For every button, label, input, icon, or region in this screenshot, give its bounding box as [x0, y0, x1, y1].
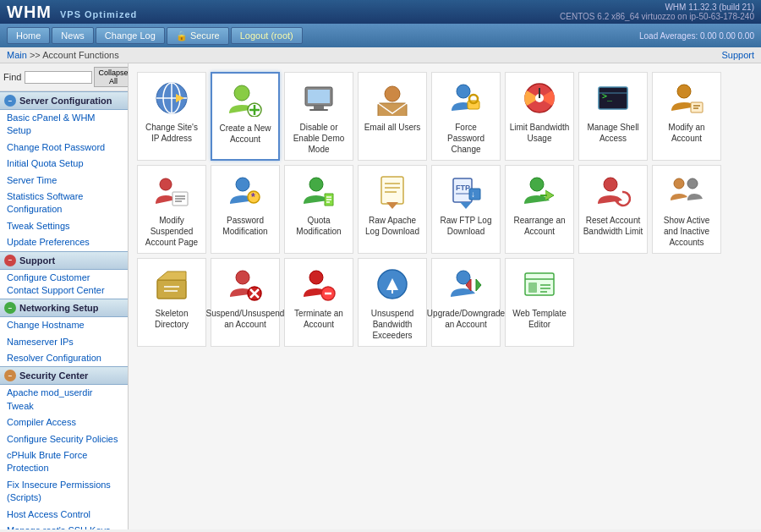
security-content: Apache mod_userdir Tweak Compiler Access… — [0, 385, 128, 529]
icon-upgrade-downgrade[interactable]: Upgrade/Downgrade an Account — [431, 258, 501, 347]
search-input[interactable] — [25, 71, 92, 84]
support-content: Configure Customer Contact Support Cente… — [0, 270, 128, 299]
main-layout: Find Collapse All Expand All − Server Co… — [0, 63, 761, 529]
icon-rearrange[interactable]: Rearrange an Account — [505, 165, 574, 254]
support-label: Support — [19, 255, 55, 266]
svg-text:↓: ↓ — [471, 189, 475, 199]
icon-grid: Change Site's IP Address Create a New Ac… — [137, 72, 753, 347]
icon-raw-ftp[interactable]: FTP↓ Raw FTP Log Download — [431, 165, 501, 254]
sidebar-item-mod-userdir[interactable]: Apache mod_userdir Tweak — [0, 385, 128, 414]
create-account-icon — [225, 79, 266, 119]
svg-point-55 — [674, 178, 684, 189]
sidebar-section-networking[interactable]: − Networking Setup — [0, 299, 128, 317]
skeleton-icon — [151, 264, 192, 304]
icon-quota-mod[interactable]: Quota Modification — [284, 165, 353, 254]
find-bar: Find Collapse All Expand All — [0, 63, 128, 91]
sidebar-item-update-prefs[interactable]: Update Preferences — [0, 234, 128, 250]
svg-point-5 — [234, 85, 249, 101]
icon-web-template[interactable]: Web Template Editor — [505, 258, 574, 347]
server-config-label: Server Configuration — [19, 96, 112, 106]
icon-suspend[interactable]: Suspend/Unsuspend an Account — [211, 258, 280, 347]
sidebar-item-host-access[interactable]: Host Access Control — [0, 507, 128, 523]
network-icon: − — [4, 302, 16, 314]
logout-button[interactable]: Logout (root) — [231, 27, 303, 44]
support-link[interactable]: Support — [721, 50, 754, 60]
sidebar-item-initial-quota[interactable]: Initial Quota Setup — [0, 156, 128, 172]
icon-manage-shell[interactable]: >_ Manage Shell Access — [578, 72, 648, 161]
svg-rect-12 — [309, 109, 328, 111]
server-config-content: Basic cPanel & WHM Setup Change Root Pas… — [0, 110, 128, 251]
news-button[interactable]: News — [52, 27, 94, 44]
sidebar-item-resolver-config[interactable]: Resolver Configuration — [0, 350, 128, 366]
sidebar-item-ssh-keys[interactable]: Manage root's SSH Keys — [0, 523, 128, 529]
sidebar-item-nameserver-ips[interactable]: Nameserver IPs — [0, 334, 128, 350]
change-site-ip-label: Change Site's IP Address — [141, 122, 202, 144]
networking-content: Change Hostname Nameserver IPs Resolver … — [0, 317, 128, 366]
force-pw-label: Force Password Change — [435, 122, 496, 155]
icon-skeleton[interactable]: Skeleton Directory — [137, 258, 206, 347]
sidebar-item-configure-customer[interactable]: Configure Customer Contact Support Cente… — [0, 270, 128, 299]
sidebar-item-tweak-settings[interactable]: Tweak Settings — [0, 218, 128, 234]
quota-mod-icon — [298, 171, 339, 211]
icon-reset-bandwidth[interactable]: Reset Account Bandwidth Limit — [578, 165, 648, 254]
secure-button[interactable]: 🔒 Secure — [167, 27, 229, 45]
skeleton-label: Skeleton Directory — [141, 308, 202, 330]
email-all-icon — [372, 78, 413, 118]
terminate-icon — [298, 264, 339, 304]
upgrade-downgrade-icon — [446, 264, 486, 304]
collapse-all-button[interactable]: Collapse All — [94, 67, 129, 87]
sidebar-item-change-hostname[interactable]: Change Hostname — [0, 317, 128, 333]
icon-change-site-ip[interactable]: Change Site's IP Address — [137, 72, 206, 161]
icon-modify-account[interactable]: Modify an Account — [652, 72, 721, 161]
sidebar-item-compiler-access[interactable]: Compiler Access — [0, 414, 128, 431]
icon-raw-apache[interactable]: Raw Apache Log Download — [358, 165, 427, 254]
svg-point-13 — [385, 86, 400, 101]
icon-password-mod[interactable]: * Password Modification — [211, 165, 280, 254]
svg-point-33 — [236, 178, 249, 191]
whm-logo: WHM VPS Optimized — [7, 3, 137, 22]
version-info: WHM 11.32.3 (build 21) — [560, 3, 754, 12]
icon-force-pw[interactable]: Force Password Change — [431, 72, 501, 161]
change-site-ip-icon — [151, 78, 192, 118]
header: WHM VPS Optimized WHM 11.32.3 (build 21)… — [0, 0, 761, 24]
network-label: Networking Setup — [19, 303, 99, 313]
sidebar-item-change-root-pw[interactable]: Change Root Password — [0, 140, 128, 156]
breadcrumb-main[interactable]: Main — [7, 50, 27, 60]
web-template-icon — [519, 264, 560, 304]
icon-unsuspend-bw[interactable]: Unsuspend Bandwidth Exceeders — [358, 258, 427, 347]
icon-modify-suspended[interactable]: Modify Suspended Account Page — [137, 165, 206, 254]
sidebar-item-cphulk[interactable]: cPHulk Brute Force Protection — [0, 447, 128, 477]
home-button[interactable]: Home — [7, 27, 50, 44]
email-all-label: Email all Users — [364, 122, 421, 133]
sidebar-item-fix-insecure[interactable]: Fix Insecure Permissions (Scripts) — [0, 477, 128, 507]
sidebar-item-security-policies[interactable]: Configure Security Policies — [0, 431, 128, 447]
svg-point-64 — [309, 271, 323, 284]
rearrange-icon — [519, 171, 560, 211]
terminate-label: Terminate an Account — [288, 308, 349, 330]
icon-limit-bandwidth[interactable]: Limit Bandwidth Usage — [505, 72, 574, 161]
icon-create-new-account[interactable]: Create a New Account — [211, 72, 280, 161]
sidebar-section-security[interactable]: − Security Center — [0, 366, 128, 385]
password-mod-icon: * — [225, 171, 266, 211]
icon-show-active[interactable]: Show Active and Inactive Accounts — [652, 165, 721, 254]
raw-ftp-icon: FTP↓ — [446, 171, 486, 211]
svg-rect-10 — [308, 90, 330, 103]
change-log-button[interactable]: Change Log — [96, 27, 165, 44]
upgrade-downgrade-label: Upgrade/Downgrade an Account — [427, 308, 505, 330]
svg-point-53 — [604, 178, 617, 191]
svg-rect-75 — [528, 282, 537, 293]
sidebar-section-support[interactable]: − Support — [0, 251, 128, 270]
icon-email-all[interactable]: Email all Users — [358, 72, 427, 161]
icon-disable-demo[interactable]: Disable or Enable Demo Mode — [284, 72, 353, 161]
sidebar-item-server-time[interactable]: Server Time — [0, 173, 128, 189]
sidebar-section-server-config[interactable]: − Server Configuration — [0, 91, 128, 110]
load-averages: Load Averages: 0.00 0.00 0.00 — [639, 31, 754, 41]
svg-point-24 — [677, 85, 691, 98]
support-icon: − — [4, 255, 16, 266]
svg-point-28 — [160, 178, 172, 190]
password-mod-label: Password Modification — [215, 215, 276, 237]
suspend-label: Suspend/Unsuspend an Account — [206, 308, 285, 330]
sidebar-item-stats-software[interactable]: Statistics Software Configuration — [0, 189, 128, 218]
sidebar-item-basic-cpanel[interactable]: Basic cPanel & WHM Setup — [0, 110, 128, 140]
icon-terminate[interactable]: Terminate an Account — [284, 258, 353, 347]
